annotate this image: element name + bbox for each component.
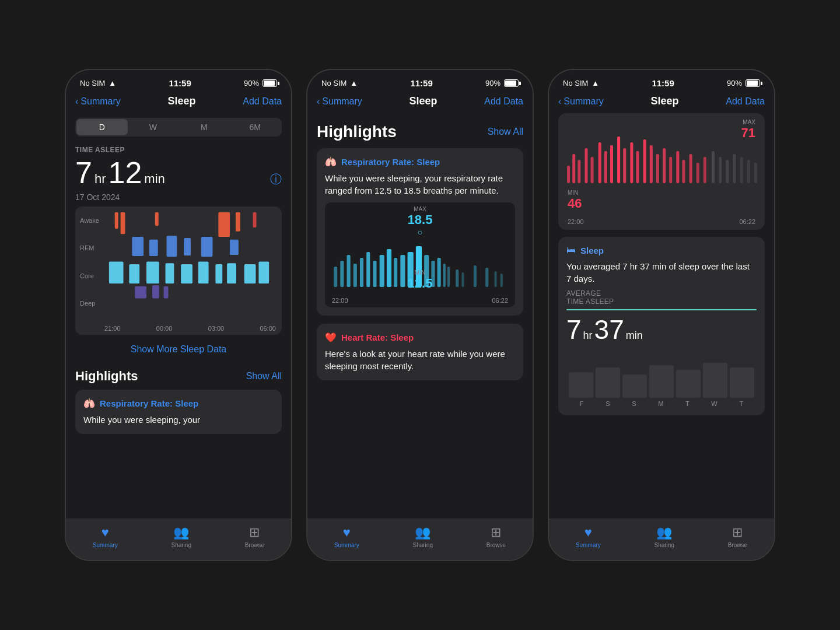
time-hr-unit-1: hr	[94, 172, 106, 187]
svg-rect-60	[636, 151, 639, 183]
chart-time-labels-1: 21:00 00:00 03:00 06:00	[104, 325, 276, 332]
svg-rect-66	[676, 151, 679, 183]
time-00-1: 00:00	[156, 325, 173, 332]
time-hours-1: 7	[75, 155, 92, 190]
tab-bar-3: ♥ Summary 👥 Sharing ⊞ Browse	[549, 519, 774, 560]
show-all-button-2[interactable]: Show All	[488, 127, 523, 137]
add-data-button-3[interactable]: Add Data	[726, 96, 765, 107]
phone-1: No SIM ▲ 11:59 90% ‹ Summary Sleep Add D…	[65, 69, 292, 561]
sleep-summary-card-3[interactable]: 🛏 Sleep You averaged 7 hr 37 min of slee…	[558, 237, 765, 415]
tab-sharing-2[interactable]: 👥 Sharing	[412, 525, 432, 548]
resp-min-label-2: MIN 12.5	[408, 270, 433, 291]
tab-browse-2[interactable]: ⊞ Browse	[487, 525, 506, 548]
sleep-card-header-3: 🛏 Sleep	[566, 245, 757, 256]
status-left-1: No SIM ▲	[80, 79, 116, 88]
chevron-left-icon-1: ‹	[75, 96, 78, 107]
period-tabs-1: D W M 6M	[75, 118, 282, 136]
tab-6m-1[interactable]: 6M	[230, 119, 281, 135]
svg-rect-24	[164, 286, 169, 299]
resp-max-text-2: MAX	[408, 206, 433, 212]
show-all-button-1[interactable]: Show All	[246, 371, 282, 382]
sleep-svg-1	[103, 209, 276, 303]
svg-rect-22	[135, 286, 146, 299]
carrier-2: No SIM	[321, 79, 346, 88]
heart-rate-chart-3: MAX 71 MIN 46	[558, 113, 765, 230]
add-data-button-2[interactable]: Add Data	[484, 96, 523, 107]
svg-rect-8	[167, 236, 177, 257]
tab-sharing-label-1: Sharing	[171, 542, 191, 548]
tab-summary-1[interactable]: ♥ Summary	[93, 525, 118, 548]
svg-rect-25	[334, 267, 337, 287]
hr-bars-svg-3	[564, 119, 759, 204]
heart-tab-icon-2: ♥	[343, 525, 351, 540]
svg-rect-20	[244, 264, 256, 284]
respiratory-icon-1: 🫁	[83, 398, 95, 409]
tab-summary-label-3: Summary	[576, 542, 601, 548]
add-data-button-1[interactable]: Add Data	[243, 96, 282, 107]
svg-rect-9	[184, 238, 191, 256]
browse-tab-icon-1: ⊞	[249, 525, 260, 540]
heart-header-2: ❤️ Heart Rate: Sleep	[325, 332, 515, 343]
svg-rect-0	[115, 212, 118, 229]
respiratory-title-2: Respiratory Rate: Sleep	[341, 157, 440, 167]
day-m-3: M	[658, 400, 663, 407]
respiratory-text-2: While you were sleeping, your respirator…	[325, 172, 515, 197]
respiratory-card-2[interactable]: 🫁 Respiratory Rate: Sleep While you were…	[317, 148, 523, 316]
tab-sharing-label-2: Sharing	[412, 542, 432, 548]
highlight-card-1[interactable]: 🫁 Respiratory Rate: Sleep While you were…	[75, 390, 282, 434]
heart-card-2[interactable]: ❤️ Heart Rate: Sleep Here's a look at yo…	[317, 324, 523, 380]
page-title-2: Sleep	[410, 95, 438, 107]
svg-rect-70	[704, 157, 706, 183]
browse-tab-icon-2: ⊞	[491, 525, 501, 540]
back-button-3[interactable]: ‹ Summary	[558, 96, 604, 107]
svg-rect-77	[754, 163, 757, 183]
svg-rect-30	[366, 252, 370, 287]
svg-rect-45	[474, 265, 477, 287]
tab-browse-label-1: Browse	[245, 542, 264, 548]
hr-time-start-3: 22:00	[568, 218, 584, 225]
back-button-2[interactable]: ‹ Summary	[317, 96, 362, 107]
svg-rect-35	[400, 255, 405, 287]
tab-sharing-3[interactable]: 👥 Sharing	[654, 525, 674, 548]
day-s1-3: S	[606, 400, 610, 407]
svg-rect-59	[630, 142, 633, 183]
tab-w-1[interactable]: W	[128, 119, 179, 135]
svg-rect-64	[663, 148, 666, 183]
tab-browse-3[interactable]: ⊞ Browse	[728, 525, 747, 548]
svg-rect-7	[149, 240, 158, 256]
chevron-left-icon-3: ‹	[558, 96, 561, 107]
label-rem: REM	[80, 244, 99, 251]
avg-hr-unit-3: hr	[583, 330, 593, 342]
svg-rect-29	[360, 258, 363, 287]
page-title-3: Sleep	[651, 95, 679, 107]
svg-rect-44	[461, 272, 464, 287]
nav-bar-3: ‹ Summary Sleep Add Data	[549, 93, 774, 113]
svg-rect-56	[610, 145, 613, 183]
time-asleep-label-1: TIME ASLEEP	[66, 141, 291, 155]
svg-rect-74	[733, 154, 736, 183]
tab-summary-2[interactable]: ♥ Summary	[334, 525, 359, 548]
avg-min-unit-3: min	[626, 330, 643, 342]
avg-bar-chart-3	[566, 351, 757, 398]
bar-m-3	[649, 365, 674, 398]
status-left-3: No SIM ▲	[563, 79, 599, 88]
phone-3: No SIM ▲ 11:59 90% ‹ Summary Sleep Add D…	[548, 69, 775, 561]
date-label-1: 17 Oct 2024	[66, 192, 291, 206]
avg-hr-3: 7	[566, 314, 582, 345]
heart-tab-icon-1: ♥	[102, 525, 109, 540]
battery-icon-3	[746, 79, 760, 87]
svg-rect-32	[380, 255, 384, 287]
tab-browse-1[interactable]: ⊞ Browse	[245, 525, 264, 548]
avg-sub-label-3: Time Asleep	[566, 298, 757, 306]
tab-m-1[interactable]: M	[178, 119, 230, 135]
tab-sharing-1[interactable]: 👥 Sharing	[171, 525, 191, 548]
tab-d-1[interactable]: D	[76, 119, 128, 135]
info-button-1[interactable]: ⓘ	[270, 172, 282, 187]
show-more-button-1[interactable]: Show More Sleep Data	[66, 335, 291, 364]
bar-w-3	[703, 363, 727, 398]
tab-summary-3[interactable]: ♥ Summary	[576, 525, 601, 548]
back-button-1[interactable]: ‹ Summary	[75, 96, 121, 107]
svg-rect-57	[617, 136, 620, 183]
nav-bar-2: ‹ Summary Sleep Add Data	[307, 93, 533, 113]
svg-rect-14	[146, 261, 159, 284]
